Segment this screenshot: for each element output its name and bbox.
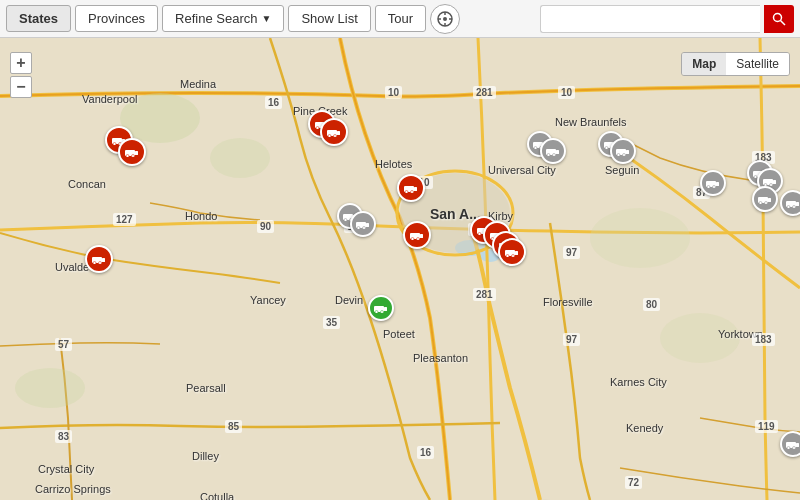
road-35-s: 35 (323, 316, 340, 329)
marker-rv-green[interactable] (368, 295, 394, 321)
svg-rect-115 (796, 443, 799, 447)
svg-point-40 (344, 219, 347, 222)
zoom-in-button[interactable]: + (10, 52, 32, 74)
marker-rv-5[interactable] (320, 118, 348, 146)
marker-rv-6[interactable] (397, 174, 425, 202)
svg-point-16 (660, 313, 740, 363)
svg-point-89 (623, 154, 626, 157)
road-90-w: 90 (257, 220, 274, 233)
svg-rect-103 (768, 198, 771, 202)
road-281-s: 281 (473, 288, 496, 301)
svg-point-25 (132, 155, 135, 158)
chevron-down-icon: ▼ (262, 13, 272, 24)
svg-rect-51 (420, 234, 423, 238)
svg-point-93 (713, 186, 716, 189)
provinces-button[interactable]: Provinces (75, 5, 158, 32)
svg-point-108 (787, 206, 790, 209)
svg-point-68 (506, 255, 509, 258)
svg-point-15 (590, 208, 690, 268)
svg-point-56 (478, 233, 481, 236)
marker-icon-rv-gray (610, 138, 636, 164)
road-80: 80 (643, 298, 660, 311)
road-183-s: 183 (752, 333, 775, 346)
svg-point-69 (512, 255, 515, 258)
road-97-s: 97 (563, 333, 580, 346)
svg-point-104 (759, 202, 762, 205)
svg-rect-71 (384, 307, 387, 311)
marker-rv-gray-7[interactable] (700, 170, 726, 196)
svg-point-116 (787, 447, 790, 450)
marker-rv-gray-11[interactable] (780, 190, 800, 216)
svg-rect-23 (135, 151, 138, 155)
marker-icon-rv-gray (540, 138, 566, 164)
satellite-view-button[interactable]: Satellite (726, 53, 789, 75)
search-submit-button[interactable] (764, 5, 794, 33)
marker-rv-gray-10[interactable] (752, 186, 778, 212)
svg-point-24 (126, 155, 129, 158)
marker-rv-gray-6[interactable] (610, 138, 636, 164)
svg-rect-99 (773, 180, 776, 184)
road-72: 72 (625, 476, 642, 489)
show-list-button[interactable]: Show List (288, 5, 370, 32)
marker-icon-rv-gray (780, 431, 800, 457)
svg-point-32 (316, 127, 319, 130)
svg-point-88 (617, 154, 620, 157)
marker-icon-rv-gray (752, 186, 778, 212)
road-57: 57 (55, 338, 72, 351)
marker-icon-rv (320, 118, 348, 146)
svg-point-84 (605, 147, 608, 150)
map-container[interactable]: + − Map Satellite Vanderpool Concan Uval… (0, 38, 800, 500)
svg-rect-87 (626, 150, 629, 154)
map-type-control: Map Satellite (681, 52, 790, 76)
marker-rv-7[interactable] (403, 221, 431, 249)
marker-icon-rv (118, 138, 146, 166)
svg-rect-35 (337, 131, 340, 135)
marker-rv-gray-4[interactable] (540, 138, 566, 164)
zoom-out-button[interactable]: − (10, 76, 32, 98)
road-281-n: 281 (473, 86, 496, 99)
svg-point-53 (417, 238, 420, 241)
svg-point-28 (93, 262, 96, 265)
marker-icon-rv (403, 221, 431, 249)
road-119: 119 (755, 420, 778, 433)
refine-label: Refine Search (175, 11, 257, 26)
marker-rv-gray-2[interactable] (350, 211, 376, 237)
svg-point-92 (707, 186, 710, 189)
compass-icon[interactable] (430, 4, 460, 34)
svg-point-1 (443, 17, 447, 21)
svg-point-117 (793, 447, 796, 450)
marker-rv-3[interactable] (85, 245, 113, 273)
svg-point-105 (765, 202, 768, 205)
marker-rv-gray-13[interactable] (780, 431, 800, 457)
road-10-w: 10 (385, 86, 402, 99)
marker-icon-rv-gray (700, 170, 726, 196)
svg-rect-27 (102, 258, 105, 262)
tour-button[interactable]: Tour (375, 5, 426, 32)
svg-point-76 (534, 147, 537, 150)
marker-rv-2[interactable] (118, 138, 146, 166)
svg-point-52 (411, 238, 414, 241)
svg-point-36 (328, 135, 331, 138)
svg-point-44 (357, 227, 360, 230)
svg-point-37 (334, 135, 337, 138)
svg-point-45 (363, 227, 366, 230)
refine-search-button[interactable]: Refine Search ▼ (162, 5, 284, 32)
marker-icon-rv-gray (780, 190, 800, 216)
toolbar: States Provinces Refine Search ▼ Show Li… (0, 0, 800, 38)
map-view-button[interactable]: Map (682, 53, 726, 75)
road-10-e: 10 (558, 86, 575, 99)
search-input[interactable] (540, 5, 760, 33)
marker-rv-11[interactable] (498, 238, 526, 266)
svg-rect-107 (796, 202, 799, 206)
states-button[interactable]: States (6, 5, 71, 32)
svg-rect-91 (716, 182, 719, 186)
zoom-controls: + − (10, 52, 32, 100)
road-16: 16 (265, 96, 282, 109)
svg-point-80 (547, 154, 550, 157)
svg-point-20 (113, 143, 116, 146)
marker-icon-rv (85, 245, 113, 273)
svg-point-14 (15, 368, 85, 408)
svg-point-81 (553, 154, 556, 157)
svg-point-49 (411, 191, 414, 194)
svg-line-7 (781, 20, 786, 25)
